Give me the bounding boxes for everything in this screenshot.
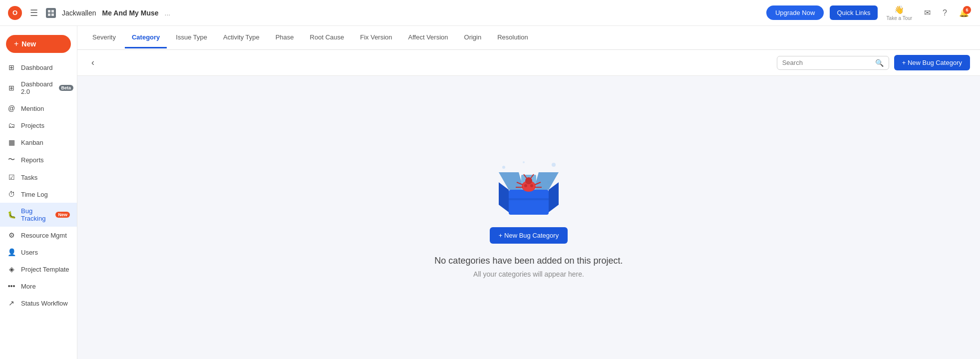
empty-state: + New Bug Category No categories have be… [77,76,980,359]
sidebar-item-bugtracking[interactable]: 🐛 Bug Tracking New [0,203,77,227]
new-badge: New [55,212,70,218]
search-icon: 🔍 [875,59,884,67]
user-name: Jackwallen [62,9,96,17]
project-dots[interactable]: ... [165,9,171,17]
sidebar-item-mention[interactable]: @ Mention [0,100,77,117]
notifications-button[interactable]: 🔔 6 [956,5,972,20]
new-button[interactable]: + New [6,35,71,53]
empty-new-category-button[interactable]: + New Bug Category [490,227,568,244]
notification-badge: 6 [963,6,971,14]
project-name: Me And My Muse [102,9,158,17]
search-box: 🔍 [777,56,889,70]
kanban-icon: ▦ [7,138,16,146]
sidebar-item-reports[interactable]: 〜 Reports [0,151,77,169]
svg-rect-2 [48,13,50,16]
tab-affectversion[interactable]: Affect Version [401,27,455,48]
tab-resolution[interactable]: Resolution [490,27,535,48]
new-category-button[interactable]: + New Bug Category [894,55,970,70]
svg-point-8 [523,161,525,163]
dashboard2-icon: ⊞ [7,84,16,92]
dashboard-icon: ⊞ [7,63,16,71]
svg-rect-9 [509,190,549,215]
sidebar-item-tasks[interactable]: ☑ Tasks [0,169,77,186]
sidebar-item-more[interactable]: ••• More [0,278,77,295]
category-content: ‹ 🔍 + New Bug Category [77,50,980,359]
message-icon: ✉ [924,8,931,17]
main-layout: + New ⊞ Dashboard ⊞ Dashboard 2.0 Beta @… [0,26,980,359]
svg-point-4 [502,166,505,169]
svg-point-19 [530,184,533,187]
mention-icon: @ [7,104,16,112]
projecttemplate-icon: ◈ [7,265,16,273]
sidebar: + New ⊞ Dashboard ⊞ Dashboard 2.0 Beta @… [0,26,77,359]
plus-icon: + [14,39,18,48]
tab-category[interactable]: Category [125,27,167,48]
tab-fixversion[interactable]: Fix Version [353,27,399,48]
take-a-tour-button[interactable]: 👋 Take a Tour [884,2,916,24]
svg-point-18 [524,184,527,187]
top-header: O ☰ Jackwallen Me And My Muse ... Upgrad… [0,0,980,26]
tab-phase[interactable]: Phase [269,27,301,48]
sidebar-item-statusworkflow[interactable]: ↗ Status Workflow [0,295,77,312]
resourcemgmt-icon: ⚙ [7,231,16,239]
tab-bar: Severity Category Issue Type Activity Ty… [77,26,980,50]
empty-subtitle: All your categories will appear here. [473,270,584,278]
quick-links-button[interactable]: Quick Links [830,5,877,20]
search-input[interactable] [782,59,872,66]
beta-badge: Beta [59,85,74,91]
messages-button[interactable]: ✉ [921,5,934,20]
sidebar-item-kanban[interactable]: ▦ Kanban [0,134,77,151]
logo-icon: O [8,6,22,20]
project-icon [46,8,56,18]
hand-wave-icon: 👋 [894,5,904,14]
sidebar-item-users[interactable]: 👤 Users [0,244,77,261]
users-icon: 👤 [7,248,16,256]
tasks-icon: ☑ [7,173,16,181]
hamburger-button[interactable]: ☰ [28,5,40,20]
sidebar-item-resourcemgmt[interactable]: ⚙ Resource Mgmt [0,227,77,244]
projects-icon: 🗂 [7,121,16,129]
bugtracking-icon: 🐛 [7,211,16,219]
content-area: Severity Category Issue Type Activity Ty… [77,26,980,359]
sidebar-item-dashboard2[interactable]: ⊞ Dashboard 2.0 Beta [0,76,77,100]
sidebar-item-projects[interactable]: 🗂 Projects [0,117,77,134]
svg-point-5 [552,163,556,167]
svg-rect-12 [509,198,549,200]
svg-rect-3 [51,13,54,16]
statusworkflow-icon: ↗ [7,299,16,307]
sidebar-item-timelog[interactable]: ⏱ Time Log [0,186,77,203]
sidebar-item-dashboard[interactable]: ⊞ Dashboard [0,59,77,76]
svg-rect-1 [51,10,54,12]
tab-activitytype[interactable]: Activity Type [216,27,267,48]
tab-origin[interactable]: Origin [457,27,489,48]
sidebar-item-projecttemplate[interactable]: ◈ Project Template [0,261,77,278]
upgrade-button[interactable]: Upgrade Now [766,5,824,20]
tab-issuetype[interactable]: Issue Type [169,27,214,48]
tab-rootcause[interactable]: Root Cause [303,27,351,48]
back-button[interactable]: ‹ [87,55,98,70]
svg-rect-0 [48,10,50,12]
help-icon: ? [943,8,947,17]
more-icon: ••• [7,282,16,290]
reports-icon: 〜 [7,155,16,164]
search-icon-button[interactable]: 🔍 [875,59,884,67]
help-button[interactable]: ? [940,5,950,20]
empty-title: No categories have been added on this pr… [434,256,623,266]
timelog-icon: ⏱ [7,190,16,198]
tab-severity[interactable]: Severity [85,27,123,48]
cat-toolbar: ‹ 🔍 + New Bug Category [77,50,980,76]
empty-illustration [494,157,564,217]
